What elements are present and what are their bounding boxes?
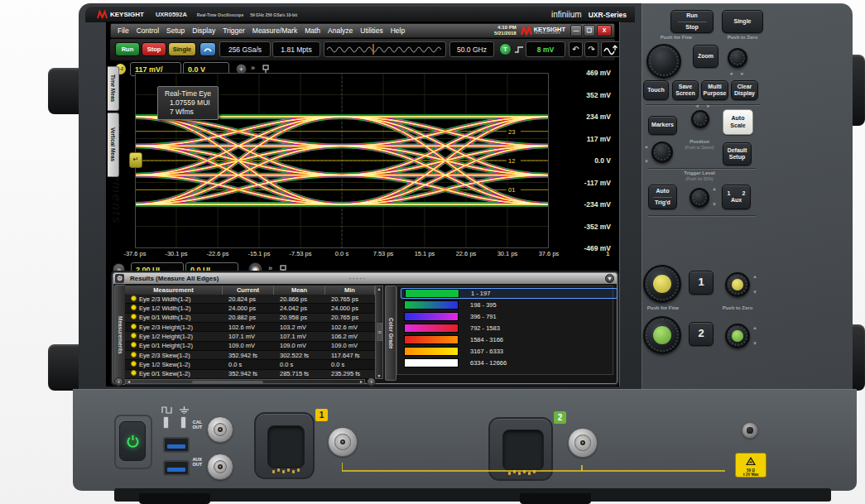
auto-vertical-icon[interactable]: [601, 41, 620, 57]
markers-button[interactable]: Markers: [648, 116, 677, 135]
ch2-enable-button[interactable]: 2: [689, 322, 714, 346]
zoom-hard-button[interactable]: Zoom: [693, 45, 718, 68]
menu-item[interactable]: Help: [391, 26, 405, 35]
table-row[interactable]: Eye 1/2 Height(1-2)107.1 mV107.1 mV106.2…: [125, 332, 375, 341]
color-grade-range-label: 3167 - 6333: [470, 348, 503, 355]
ch2-vertical-scale-knob[interactable]: [643, 316, 681, 354]
markers-knob[interactable]: [691, 110, 709, 128]
multi-purpose-button[interactable]: Multi Purpose: [701, 80, 728, 100]
vscroll-thumb[interactable]: ≡: [377, 323, 382, 341]
drag-handle-dots[interactable]: · · · · ·: [349, 276, 365, 281]
table-row[interactable]: Eye 2/3 Skew(1-2)352.942 fs302.522 fs117…: [125, 351, 375, 360]
results-column-header[interactable]: Mean: [274, 286, 325, 295]
stop-button[interactable]: Stop: [142, 42, 166, 56]
results-gear-icon[interactable]: ⚙: [115, 274, 124, 283]
undo-button[interactable]: ↶: [569, 41, 583, 57]
measurement-name: Eye 1/2 Height(1-2): [125, 333, 223, 340]
scroll-right-icon[interactable]: ►: [359, 379, 363, 384]
table-row[interactable]: Eye 0/1 Height(1-2)109.0 mV109.0 mV109.0…: [125, 342, 375, 351]
trigger-level-knob[interactable]: [690, 188, 709, 208]
table-row[interactable]: Eye 0/1 Skew(1-2)352.942 fs285.715 fs235…: [125, 370, 375, 379]
results-column-header[interactable]: Measurement: [125, 286, 223, 295]
run-stop-hard-button[interactable]: RunStop: [670, 10, 714, 33]
color-grade-row[interactable]: 1 - 197: [401, 288, 618, 299]
power-icon: [126, 434, 140, 449]
color-grade-row[interactable]: 6334 - 12666: [401, 358, 618, 368]
memory-depth-readout[interactable]: 1.81 Mpts: [272, 41, 320, 57]
position-knob[interactable]: [651, 142, 673, 163]
table-row[interactable]: Eye 1/2 Skew(1-2)0.0 s0.0 s0.0 s: [125, 360, 375, 369]
color-grade-row[interactable]: 396 - 791: [401, 311, 618, 322]
waveform-preview[interactable]: [324, 41, 446, 57]
results-column-header[interactable]: Min: [325, 286, 375, 295]
color-grade-range-label: 1584 - 3166: [470, 336, 503, 343]
menu-item[interactable]: Measure/Mark: [252, 26, 297, 35]
touch-hard-button[interactable]: Touch: [643, 80, 669, 100]
clock[interactable]: 4:10 PM 5/21/2018: [494, 25, 517, 36]
redo-button[interactable]: ↷: [584, 41, 598, 57]
horizontal-scale-knob[interactable]: [728, 48, 747, 68]
table-row[interactable]: Eye 2/3 Width(1-2)20.824 ps20.866 ps20.7…: [125, 295, 375, 304]
menu-item[interactable]: Utilities: [360, 26, 382, 35]
results-header[interactable]: ⚙ Results (Measure All Edges) · · · · · …: [113, 273, 617, 284]
color-grade-row[interactable]: 792 - 1583: [401, 323, 618, 334]
color-grade-swatch: [405, 289, 459, 298]
table-row[interactable]: Eye 2/3 Height(1-2)102.6 mV103.2 mV102.6…: [125, 323, 375, 332]
auto-scale-button[interactable]: Auto Scale: [723, 109, 753, 135]
menu-item[interactable]: Math: [305, 26, 320, 35]
measurement-status-icon: [131, 305, 137, 310]
power-button[interactable]: [119, 421, 146, 461]
menu-item[interactable]: Trigger: [223, 26, 245, 35]
single-button[interactable]: Single: [168, 42, 196, 56]
tab-time-meas[interactable]: Time Meas: [108, 66, 119, 111]
color-grade-swatch: [404, 312, 459, 321]
single-hard-button[interactable]: Single: [722, 10, 763, 33]
results-collapse-button[interactable]: ▼: [605, 274, 614, 283]
color-grade-row[interactable]: 198 - 395: [401, 300, 618, 310]
expand-chevrons-icon[interactable]: »: [268, 264, 272, 272]
ch2-offset-knob[interactable]: [725, 324, 750, 348]
results-column-header[interactable]: Current: [223, 286, 274, 295]
ch1-enable-button[interactable]: 1: [689, 271, 714, 295]
aux-trigger-button[interactable]: 12 Aux: [722, 185, 751, 209]
clear-display-button[interactable]: Clear Display: [731, 80, 758, 100]
ch1-offset-knob[interactable]: [725, 272, 750, 297]
bandwidth-readout[interactable]: 50.0 GHz: [449, 41, 494, 57]
menu-item[interactable]: Analyze: [328, 26, 353, 35]
menu-item[interactable]: File: [118, 26, 129, 35]
auto-trigd-button[interactable]: AutoTrig'd: [648, 185, 677, 209]
hscroll-thumb[interactable]: [192, 381, 263, 384]
table-row[interactable]: Eye 0/1 Width(1-2)20.882 ps20.958 ps20.7…: [125, 314, 375, 323]
table-row[interactable]: Eye 1/2 Width(1-2)24.000 ps24.042 ps24.0…: [125, 304, 375, 313]
run-button[interactable]: Run: [115, 42, 140, 56]
menu-item[interactable]: Setup: [166, 26, 185, 35]
ch1-ground-marker[interactable]: ↵: [129, 152, 142, 168]
tab-color-grade[interactable]: Color Grade: [385, 286, 396, 381]
menu-item[interactable]: Display: [192, 26, 215, 35]
minimize-button[interactable]: —: [570, 25, 582, 36]
results-title: Results (Measure All Edges): [130, 275, 219, 282]
expand-chevrons-icon[interactable]: »: [251, 64, 255, 72]
hscroll-right-page-button[interactable]: ›: [367, 377, 376, 386]
sample-rate-readout[interactable]: 256 GSa/s: [219, 41, 271, 57]
results-hscrollbar[interactable]: ◄ ►: [125, 379, 365, 384]
scroll-down-icon[interactable]: ▼: [376, 373, 382, 378]
hscroll-left-page-button[interactable]: ‹: [114, 377, 123, 386]
touch-gesture-icon[interactable]: [199, 42, 216, 56]
ch1-vertical-scale-knob[interactable]: [643, 265, 681, 303]
color-grade-row[interactable]: 1584 - 3166: [401, 334, 618, 345]
menu-item[interactable]: Control: [137, 26, 159, 35]
esd-triangle-icon: [746, 457, 756, 465]
default-setup-button[interactable]: Default Setup: [723, 142, 752, 166]
trigger-level-readout[interactable]: 8 mV: [526, 41, 565, 57]
trigger-source-badge[interactable]: T: [499, 43, 512, 55]
color-grade-row[interactable]: 3167 - 6333: [401, 346, 618, 357]
maximize-button[interactable]: ❏: [584, 25, 595, 36]
tab-measurements[interactable]: Measurements: [114, 285, 126, 385]
scroll-up-icon[interactable]: ▲: [376, 286, 382, 291]
scroll-left-icon[interactable]: ◄: [127, 379, 131, 384]
close-button[interactable]: X: [597, 25, 612, 36]
save-screen-button[interactable]: Save Screen: [672, 80, 699, 100]
horizontal-position-knob[interactable]: [646, 44, 681, 79]
results-vscrollbar[interactable]: ▲ ≡ ▼: [375, 286, 383, 379]
